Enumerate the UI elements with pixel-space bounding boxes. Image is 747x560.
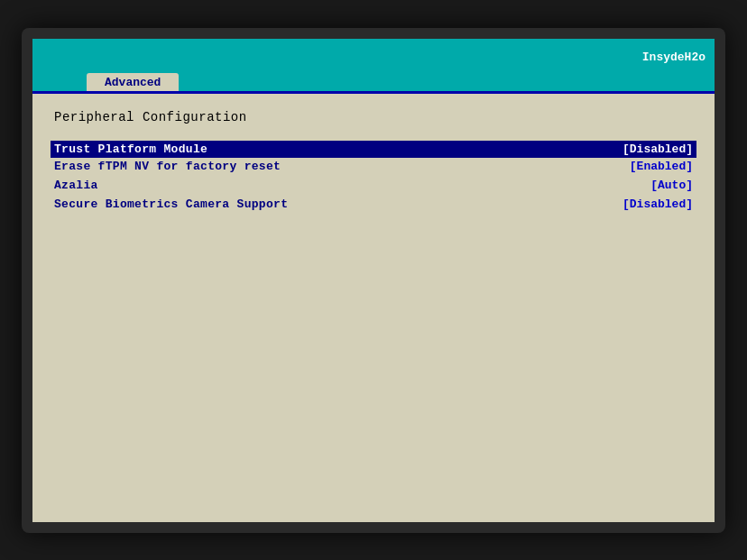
menu-label-3: Secure Biometrics Camera Support: [54, 197, 288, 211]
menu-row-3[interactable]: Secure Biometrics Camera Support[Disable…: [54, 196, 693, 213]
menu-value-1: [Enabled]: [630, 160, 693, 173]
bios-screen: InsydeH2o Advanced Peripheral Configurat…: [32, 39, 715, 522]
content-area: Peripheral Configuration Trust Platform …: [32, 94, 715, 325]
tab-row: Advanced: [32, 68, 715, 91]
menu-label-1: Erase fTPM NV for factory reset: [54, 160, 281, 173]
section-title: Peripheral Configuration: [54, 110, 693, 124]
menu-row-0[interactable]: Trust Platform Module[Disabled]: [51, 141, 696, 158]
bottom-area: [32, 324, 715, 522]
menu-label-2: Azalia: [54, 179, 98, 192]
brand-text: InsydeH2o: [642, 50, 706, 68]
menu-items: Trust Platform Module[Disabled]Erase fTP…: [54, 142, 693, 213]
menu-value-2: [Auto]: [650, 179, 693, 192]
menu-value-0: [Disabled]: [622, 142, 693, 156]
menu-row-1[interactable]: Erase fTPM NV for factory reset[Enabled]: [54, 158, 693, 175]
menu-label-0: Trust Platform Module: [54, 142, 208, 156]
top-bar: InsydeH2o: [32, 39, 715, 68]
tab-advanced[interactable]: Advanced: [87, 73, 179, 91]
menu-value-3: [Disabled]: [622, 197, 693, 211]
bezel: InsydeH2o Advanced Peripheral Configurat…: [22, 28, 725, 533]
menu-row-2[interactable]: Azalia[Auto]: [54, 177, 693, 194]
